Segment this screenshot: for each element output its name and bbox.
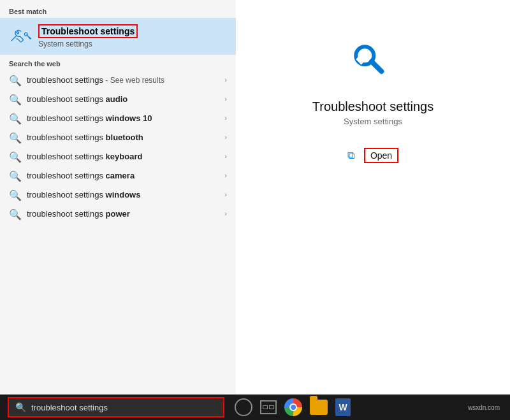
- wrench-icon: [9, 25, 32, 48]
- list-item[interactable]: 🔍 troubleshoot settings bluetooth ›: [0, 127, 236, 147]
- web-section-label: Search the web: [0, 55, 236, 70]
- result-text: troubleshoot settings camera: [27, 171, 219, 180]
- list-item[interactable]: 🔍 troubleshoot settings audio ›: [0, 89, 236, 108]
- chevron-right-icon: ›: [224, 191, 227, 198]
- taskbar: 🔍 troubleshoot settings W wsxdn.com: [0, 395, 510, 420]
- word-icon[interactable]: W: [335, 398, 351, 416]
- list-item[interactable]: 🔍 troubleshoot settings windows 10 ›: [0, 108, 236, 127]
- best-match-title: Troubleshoot settings: [38, 24, 138, 38]
- taskbar-search-text: troubleshoot settings: [31, 403, 108, 412]
- best-match-section: Best match: [0, 0, 236, 55]
- result-text: troubleshoot settings keyboard: [27, 152, 219, 161]
- search-icon: 🔍: [9, 113, 19, 123]
- app-icon-large: [347, 38, 398, 89]
- cortana-button[interactable]: [235, 398, 252, 416]
- bold-text: keyboard: [106, 152, 143, 161]
- list-item[interactable]: 🔍 troubleshoot settings - See web result…: [0, 70, 236, 89]
- result-text: troubleshoot settings windows: [27, 190, 219, 199]
- file-explorer-icon[interactable]: [310, 400, 328, 415]
- search-icon: 🔍: [9, 94, 19, 104]
- best-match-text: Troubleshoot settings System settings: [38, 24, 138, 48]
- search-icon: 🔍: [9, 208, 19, 219]
- task-view-button[interactable]: [260, 400, 277, 414]
- chevron-right-icon: ›: [224, 133, 227, 141]
- search-icon: 🔍: [9, 189, 19, 199]
- chevron-right-icon: ›: [224, 95, 227, 103]
- taskbar-search-bar[interactable]: 🔍 troubleshoot settings: [8, 397, 224, 417]
- best-match-item[interactable]: Troubleshoot settings System settings: [0, 18, 236, 55]
- chrome-icon[interactable]: [284, 398, 302, 416]
- bold-text: power: [106, 209, 130, 219]
- taskbar-icons: W: [235, 398, 351, 416]
- result-text: troubleshoot settings windows 10: [27, 113, 219, 123]
- list-item[interactable]: 🔍 troubleshoot settings keyboard ›: [0, 147, 236, 166]
- best-match-label: Best match: [0, 5, 236, 18]
- open-button[interactable]: Open: [364, 148, 398, 163]
- chevron-right-icon: ›: [224, 171, 227, 179]
- action-row: ⧉ Open: [347, 148, 398, 163]
- taskbar-watermark: wsxdn.com: [468, 404, 505, 411]
- search-icon: 🔍: [9, 132, 19, 142]
- list-item[interactable]: 🔍 troubleshoot settings camera ›: [0, 166, 236, 185]
- bold-text: audio: [106, 94, 128, 104]
- search-icon: 🔍: [9, 170, 19, 180]
- chevron-right-icon: ›: [224, 210, 227, 217]
- app-subtitle: System settings: [344, 117, 402, 126]
- search-icon: 🔍: [9, 75, 19, 85]
- bold-text: windows: [106, 190, 141, 199]
- chevron-right-icon: ›: [224, 152, 227, 160]
- app-title: Troubleshoot settings: [312, 99, 433, 114]
- bold-text: windows 10: [106, 113, 152, 123]
- left-panel: Best match: [0, 0, 236, 395]
- taskbar-search-icon: 🔍: [15, 402, 26, 412]
- list-item[interactable]: 🔍 troubleshoot settings power ›: [0, 204, 236, 223]
- chevron-right-icon: ›: [224, 114, 227, 122]
- list-item[interactable]: 🔍 troubleshoot settings windows ›: [0, 185, 236, 204]
- result-text: troubleshoot settings audio: [27, 94, 219, 104]
- result-text: troubleshoot settings - See web results: [27, 75, 219, 85]
- right-panel: Troubleshoot settings System settings ⧉ …: [236, 0, 510, 395]
- result-text: troubleshoot settings bluetooth: [27, 133, 219, 142]
- open-external-icon: ⧉: [347, 150, 359, 161]
- search-icon: 🔍: [9, 151, 19, 161]
- result-text: troubleshoot settings power: [27, 209, 219, 219]
- bold-text: bluetooth: [106, 133, 143, 142]
- best-match-subtitle: System settings: [38, 40, 138, 48]
- see-web-text: - See web results: [103, 76, 164, 85]
- bold-text: camera: [106, 171, 135, 180]
- chevron-right-icon: ›: [224, 76, 227, 83]
